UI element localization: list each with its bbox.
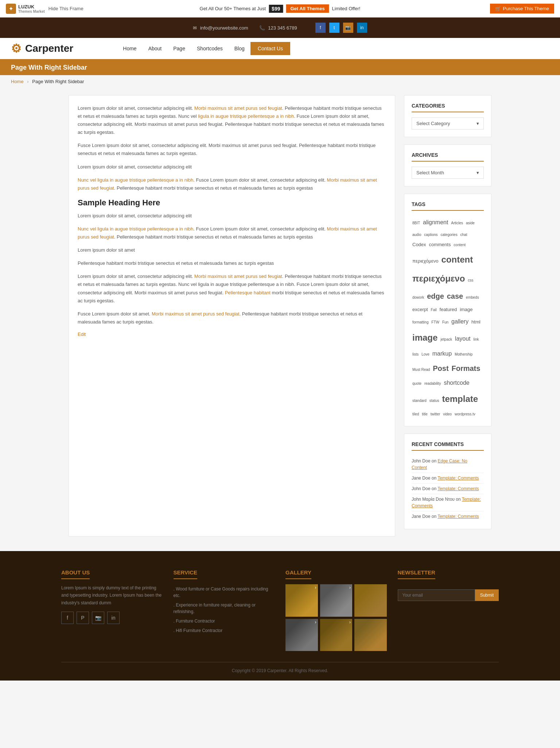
tag-alignment[interactable]: alignment — [423, 217, 448, 228]
breadcrumb: Home › Page With Right Sidebar — [0, 75, 560, 88]
tag-video[interactable]: video — [443, 411, 452, 418]
tag-formatting[interactable]: formatting — [412, 319, 428, 326]
tag-ftw[interactable]: FTW — [431, 319, 439, 326]
newsletter-email-input[interactable] — [398, 589, 475, 601]
tag-post[interactable]: Post — [433, 361, 448, 376]
tag-must-read[interactable]: Must Read — [412, 366, 430, 373]
linkedin-icon[interactable]: in — [357, 23, 367, 33]
tag-title[interactable]: title — [422, 411, 428, 418]
content-para-8: Pellentesque habitant morbi tristique se… — [78, 259, 386, 267]
top-bar: ✦ LUZUK Themes Market Hide This Frame Ge… — [0, 0, 560, 18]
tag-excerpt[interactable]: excerpt — [412, 305, 428, 314]
archives-select[interactable]: Select Month ▾ — [412, 167, 484, 179]
nav-shortcodes[interactable]: Shortcodes — [191, 42, 229, 55]
tag-layout[interactable]: layout — [455, 333, 471, 345]
top-bar-center: Get All Our 50+ Themes at Just $99 Get A… — [200, 4, 361, 13]
tag-twitter[interactable]: twitter — [431, 411, 440, 418]
tag-8bit[interactable]: 8BIT — [412, 220, 420, 227]
gallery-item-3[interactable] — [354, 584, 387, 617]
link-3[interactable]: Nunc vel ligula in augue tristique pelle… — [78, 177, 193, 183]
purchase-theme-button[interactable]: 🛒 Purchase This Theme — [490, 4, 554, 13]
comment-link-5[interactable]: Template: Comments — [438, 514, 479, 519]
tag-lists[interactable]: lists — [412, 351, 419, 358]
recent-comments-title: RECENT COMMENTS — [412, 441, 484, 451]
link-2[interactable]: ligula in augue tristique pellentesque a… — [198, 113, 294, 119]
hide-frame-button[interactable]: Hide This Frame — [48, 6, 83, 11]
tag-status[interactable]: status — [429, 397, 439, 404]
tags-cloud: 8BIT alignment Articles aside audio capt… — [412, 216, 484, 419]
tag-case[interactable]: case — [447, 289, 463, 303]
gallery-item-6[interactable] — [354, 619, 387, 651]
tag-content-large[interactable]: content — [441, 251, 473, 268]
content-para-7: Lorem ipsum dolor sit amet — [78, 246, 386, 254]
tag-content-gr[interactable]: περιεχόμενο — [412, 256, 439, 266]
tag-standard[interactable]: standard — [412, 397, 427, 404]
footer-facebook-icon[interactable]: f — [61, 612, 74, 624]
edit-link[interactable]: Edit — [78, 332, 86, 337]
tag-image[interactable]: image — [460, 305, 472, 314]
tag-edge[interactable]: edge — [427, 289, 444, 303]
gallery-item-1[interactable]: › — [285, 584, 318, 617]
instagram-icon[interactable]: 📷 — [343, 23, 353, 33]
twitter-icon[interactable]: t — [329, 23, 339, 33]
tag-articles[interactable]: Articles — [451, 220, 463, 227]
nav-contact[interactable]: Contact Us — [250, 42, 290, 55]
gallery-arrow-2: › — [349, 585, 351, 590]
link-9[interactable]: Morbi maximus sit amet purus sed feugiat — [152, 311, 240, 317]
tag-wordpress-tv[interactable]: wordpress.tv — [455, 411, 475, 418]
categories-select[interactable]: Select Category ▾ — [412, 117, 484, 129]
footer-pinterest-icon[interactable]: P — [77, 612, 89, 624]
tag-mothership[interactable]: Mothership — [455, 351, 472, 358]
tag-content-gr-large[interactable]: περιεχόμενο — [412, 270, 465, 287]
nav-home[interactable]: Home — [117, 42, 142, 55]
tag-shortcode[interactable]: shortcode — [444, 377, 469, 389]
tag-chat[interactable]: chat — [460, 231, 467, 239]
nav-about[interactable]: About — [143, 42, 168, 55]
link-1[interactable]: Morbi maximus sit amet purus sed feugiat — [194, 105, 282, 111]
newsletter-submit-button[interactable]: Submit — [475, 589, 499, 601]
tag-formats[interactable]: Formats — [451, 361, 480, 376]
tag-love[interactable]: Love — [421, 351, 429, 358]
tag-fun[interactable]: Fun — [442, 319, 448, 326]
facebook-icon[interactable]: f — [315, 23, 326, 33]
tag-fail[interactable]: Fail — [431, 306, 437, 314]
comment-link-3[interactable]: Template: Comments — [438, 486, 479, 491]
tag-embeds[interactable]: embeds — [466, 294, 479, 301]
comment-link-2[interactable]: Template: Comments — [438, 476, 479, 481]
tag-image-large[interactable]: image — [412, 329, 438, 346]
gallery-item-5[interactable]: › — [320, 619, 353, 651]
tag-quote[interactable]: quote — [412, 380, 421, 387]
tag-featured[interactable]: featured — [440, 305, 457, 314]
content-para-6: Nunc vel ligula in augue tristique pelle… — [78, 225, 386, 241]
tag-dowork[interactable]: dowork — [412, 294, 424, 301]
breadcrumb-home[interactable]: Home — [11, 79, 24, 84]
gallery-item-2[interactable]: › — [320, 584, 353, 617]
tag-gallery[interactable]: gallery — [451, 316, 468, 328]
tag-html[interactable]: html — [471, 317, 481, 327]
tag-link[interactable]: link — [473, 336, 479, 343]
nav-blog[interactable]: Blog — [229, 42, 250, 55]
logo-icon: ✦ — [6, 4, 16, 14]
link-5[interactable]: Nunc vel ligula in augue tristique pelle… — [78, 226, 193, 232]
get-all-themes-button[interactable]: Get All Themes — [286, 4, 329, 13]
tag-audio[interactable]: audio — [412, 231, 421, 239]
tag-css[interactable]: css — [468, 277, 473, 284]
tag-codex[interactable]: Codex — [412, 240, 426, 249]
footer-instagram-icon[interactable]: 📷 — [92, 612, 104, 624]
tag-readability[interactable]: readability — [424, 380, 441, 387]
tag-markup[interactable]: markup — [432, 348, 452, 360]
tag-categories[interactable]: categories — [441, 231, 458, 239]
tag-template[interactable]: template — [442, 390, 478, 408]
footer-linkedin-icon[interactable]: in — [107, 612, 120, 624]
tag-tiled[interactable]: tiled — [412, 411, 419, 418]
link-7[interactable]: Morbi maximus sit amet purus sed feugiat — [194, 274, 282, 279]
tag-captions[interactable]: captions — [424, 231, 438, 239]
tag-content[interactable]: content — [454, 241, 466, 249]
nav-page[interactable]: Page — [167, 42, 191, 55]
tag-jetpack[interactable]: jetpack — [440, 336, 452, 343]
gallery-item-4[interactable]: › — [285, 619, 318, 651]
top-bar-left: ✦ LUZUK Themes Market Hide This Frame — [6, 4, 83, 14]
tag-aside[interactable]: aside — [466, 220, 475, 227]
tag-comments[interactable]: comments — [429, 240, 451, 249]
link-8[interactable]: Pellentesque habitant — [225, 290, 271, 295]
